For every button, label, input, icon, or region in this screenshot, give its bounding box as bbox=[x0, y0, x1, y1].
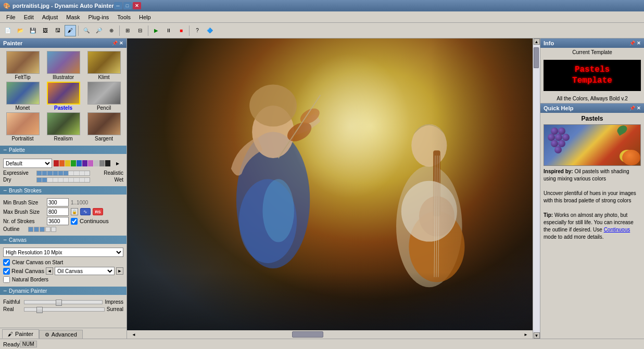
stop-button[interactable]: ■ bbox=[175, 25, 187, 36]
panel-pin-button[interactable]: 📌 bbox=[112, 41, 118, 46]
max-brush-label: Max Brush Size bbox=[3, 209, 45, 215]
close-button[interactable]: ✕ bbox=[133, 2, 141, 9]
template-monet[interactable]: Monet bbox=[3, 82, 42, 111]
menu-plugins[interactable]: Plug-ins bbox=[84, 13, 113, 21]
menu-bar: File Edit Adjust Mask Plug-ins Tools Hel… bbox=[0, 11, 644, 23]
zoom-reset-button[interactable]: ⊕ bbox=[106, 25, 117, 36]
faithful-thumb[interactable] bbox=[56, 300, 62, 306]
clear-canvas-checkbox[interactable] bbox=[3, 259, 10, 266]
h-scrollbar-thumb[interactable] bbox=[292, 331, 323, 338]
separator-1 bbox=[78, 25, 79, 36]
dry-row: Dry Wet bbox=[3, 177, 123, 183]
v-scroll-thumb[interactable] bbox=[534, 47, 539, 68]
maximize-button[interactable]: □ bbox=[123, 2, 132, 9]
paint-button[interactable]: 🖌 bbox=[65, 25, 76, 36]
save-image-button[interactable]: 🖫 bbox=[52, 25, 64, 36]
template-portraitist[interactable]: Portraitist bbox=[3, 112, 42, 141]
qh-template-name: Pastels bbox=[540, 113, 644, 124]
canvas-type-next[interactable]: ► bbox=[116, 267, 123, 275]
outline-row: Outline bbox=[3, 226, 123, 232]
zoom-in-button[interactable]: 🔍 bbox=[81, 25, 92, 36]
canvas-type-prev[interactable]: ◄ bbox=[46, 267, 53, 275]
help-button[interactable]: ? bbox=[192, 25, 203, 36]
open-button[interactable]: 📂 bbox=[15, 25, 26, 36]
swatch-3[interactable] bbox=[65, 160, 70, 166]
swatch-7[interactable] bbox=[88, 160, 93, 166]
zoom-out-button[interactable]: 🔎 bbox=[93, 25, 105, 36]
natural-borders-checkbox[interactable] bbox=[3, 276, 10, 283]
palette-arrow-button[interactable]: ▶ bbox=[112, 158, 123, 169]
seg-5 bbox=[58, 171, 64, 175]
template-pencil[interactable]: Pencil bbox=[84, 82, 123, 111]
dry-slider[interactable] bbox=[36, 177, 90, 183]
tip-link[interactable]: Continuous bbox=[604, 227, 630, 232]
template-grid: FeltTip Illustrator Klimt Monet Pastels … bbox=[0, 48, 127, 145]
scroll-down-button[interactable]: ▼ bbox=[534, 332, 540, 339]
swatch-5[interactable] bbox=[77, 160, 82, 166]
tip-label: Tip: bbox=[544, 212, 553, 218]
open-image-button[interactable]: 🖼 bbox=[40, 25, 51, 36]
layout2-button[interactable]: ⊟ bbox=[134, 25, 146, 36]
wave-button[interactable]: ∿ bbox=[80, 208, 91, 215]
swatch-2[interactable] bbox=[59, 160, 65, 166]
template-pastels[interactable]: Pastels bbox=[44, 82, 83, 111]
scroll-up-button[interactable]: ▲ bbox=[534, 38, 540, 45]
menu-adjust[interactable]: Adjust bbox=[38, 13, 62, 21]
minimize-button[interactable]: ─ bbox=[114, 2, 122, 9]
canvas-type-select[interactable]: Oil Canvas bbox=[55, 267, 115, 275]
new-button[interactable]: 📄 bbox=[2, 25, 14, 36]
canvas-section-bar[interactable]: − Canvas bbox=[0, 236, 127, 244]
menu-help[interactable]: Help bbox=[135, 13, 155, 21]
rs-button[interactable]: RS bbox=[93, 208, 103, 215]
swatch-4[interactable] bbox=[71, 160, 76, 166]
continuous-checkbox[interactable] bbox=[71, 218, 78, 225]
real-slider[interactable] bbox=[24, 307, 105, 312]
outline-track[interactable] bbox=[28, 227, 56, 232]
palette-select[interactable]: Default bbox=[3, 159, 52, 168]
painter-panel: Painter 📌 ✕ FeltTip Illustrator Klimt bbox=[0, 38, 127, 339]
template-klimt[interactable]: Klimt bbox=[84, 51, 123, 80]
faithful-slider[interactable] bbox=[24, 300, 103, 304]
save-button[interactable]: 💾 bbox=[27, 25, 39, 36]
resolution-select[interactable]: High Resolution 10 Mpix bbox=[3, 248, 123, 257]
template-felttip[interactable]: FeltTip bbox=[3, 51, 42, 80]
arrow-button[interactable]: 🔷 bbox=[204, 25, 216, 36]
panel-close-button[interactable]: ✕ bbox=[119, 41, 123, 46]
seg-8 bbox=[74, 171, 79, 175]
brush-section-bar[interactable]: − Brush Strokes bbox=[0, 186, 127, 195]
template-sargent[interactable]: Sargent bbox=[84, 112, 123, 141]
swatch-8[interactable] bbox=[94, 160, 99, 166]
info-pin-button[interactable]: 📌 bbox=[629, 41, 635, 46]
info-close-button[interactable]: ✕ bbox=[637, 41, 641, 46]
menu-edit[interactable]: Edit bbox=[20, 13, 38, 21]
min-brush-input[interactable] bbox=[47, 198, 69, 206]
tab-painter[interactable]: 🖌 Painter bbox=[2, 329, 39, 339]
swatch-10[interactable] bbox=[105, 160, 110, 166]
canvas-type-row: Real Canvas ◄ Oil Canvas ► bbox=[3, 267, 123, 275]
lock-button[interactable]: 🔒 bbox=[71, 208, 78, 215]
qh-pin-button[interactable]: 📌 bbox=[629, 106, 635, 111]
swatch-6[interactable] bbox=[82, 160, 87, 166]
expressive-label: Expressive bbox=[3, 170, 34, 176]
max-brush-row: Max Brush Size 🔒 ∿ RS bbox=[3, 208, 123, 216]
play-button[interactable]: ▶ bbox=[150, 25, 162, 36]
qh-close-button[interactable]: ✕ bbox=[637, 106, 641, 111]
real-thumb[interactable] bbox=[36, 307, 43, 313]
template-illustrator[interactable]: Illustrator bbox=[44, 51, 83, 80]
pause-button[interactable]: ⏸ bbox=[163, 25, 174, 36]
swatch-1[interactable] bbox=[54, 160, 59, 166]
real-canvas-checkbox[interactable] bbox=[3, 268, 10, 275]
qh-image bbox=[544, 124, 641, 166]
palette-section-bar[interactable]: − Palette bbox=[0, 146, 127, 154]
layout1-button[interactable]: ⊞ bbox=[122, 25, 133, 36]
dynamic-section-bar[interactable]: − Dynamic Painter bbox=[0, 287, 127, 295]
swatch-9[interactable] bbox=[99, 160, 105, 166]
menu-mask[interactable]: Mask bbox=[62, 13, 84, 21]
expressive-slider[interactable] bbox=[36, 171, 90, 176]
max-brush-input[interactable] bbox=[47, 208, 69, 216]
template-realism[interactable]: Realism bbox=[44, 112, 83, 141]
menu-tools[interactable]: Tools bbox=[113, 13, 135, 21]
tab-advanced[interactable]: ⚙ Advanced bbox=[39, 330, 83, 339]
nr-strokes-input[interactable] bbox=[47, 217, 69, 225]
menu-file[interactable]: File bbox=[2, 13, 20, 21]
